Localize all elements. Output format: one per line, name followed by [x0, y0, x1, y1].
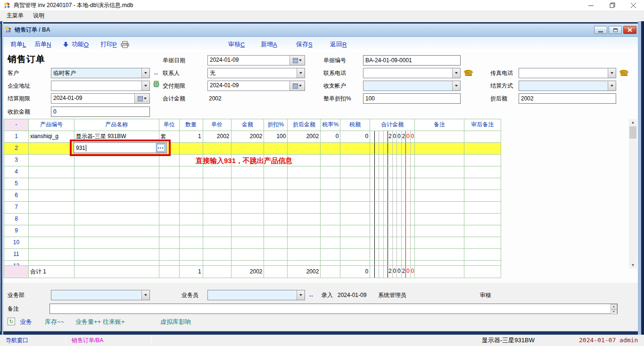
grid-cell[interactable] [288, 190, 321, 201]
after-discount-input[interactable] [519, 93, 616, 104]
chevron-down-icon[interactable] [297, 290, 305, 300]
child-close-button[interactable] [623, 26, 636, 34]
grid-cell[interactable] [321, 178, 340, 189]
printer-icon[interactable] [121, 37, 129, 52]
grid-cell[interactable] [370, 237, 415, 248]
grid-cell[interactable] [340, 214, 370, 225]
grid-cell[interactable] [464, 202, 501, 213]
grid-cell[interactable] [288, 214, 321, 225]
grid-cell[interactable] [464, 190, 501, 201]
grid-header-cell[interactable]: 单位 [159, 119, 180, 131]
prev-order-button[interactable]: 前单L [10, 37, 26, 52]
grid-cell[interactable] [370, 261, 415, 265]
chevron-down-icon[interactable] [297, 68, 305, 78]
grid-cell[interactable] [415, 202, 464, 213]
grid-cell[interactable] [321, 155, 340, 166]
grid-cell[interactable] [74, 261, 159, 265]
grid-cell[interactable] [321, 249, 340, 260]
note-input[interactable] [50, 304, 618, 314]
grid-cell[interactable] [264, 143, 288, 154]
grid-cell[interactable]: 8 [4, 214, 29, 225]
grid-cell[interactable] [340, 225, 370, 237]
grid-cell[interactable] [415, 131, 464, 142]
account-combo[interactable] [363, 81, 461, 91]
grid-cell[interactable] [415, 155, 464, 166]
grid-cell[interactable] [264, 202, 288, 213]
grid-cell[interactable] [203, 249, 231, 260]
grid-cell[interactable]: 6 [4, 190, 29, 201]
grid-cell[interactable] [231, 178, 264, 189]
grid-cell[interactable] [74, 155, 159, 166]
grid-cell[interactable]: 7 [4, 202, 29, 213]
grid-cell[interactable]: 0 [340, 131, 370, 142]
ledger-link[interactable]: 往来账+ [103, 316, 125, 328]
grid-cell[interactable] [415, 249, 464, 260]
grid-cell[interactable] [321, 225, 340, 237]
grid-cell[interactable] [74, 202, 159, 213]
virtual-stock-link[interactable]: 虚拟库影响 [160, 316, 191, 328]
product-name-edit-cell[interactable]: 931 ... [74, 142, 167, 153]
grid-cell[interactable] [203, 166, 231, 178]
grid-header-cell[interactable]: 合计金额 [370, 119, 415, 131]
grid-cell[interactable] [464, 178, 501, 189]
grid-cell[interactable] [340, 166, 370, 178]
grid-header-cell[interactable]: 备注 [415, 119, 464, 131]
back-button[interactable]: 返回R [330, 37, 347, 52]
order-date-combo[interactable]: 2024-01-09 [207, 55, 305, 66]
grid-cell[interactable] [264, 225, 288, 237]
grid-cell[interactable] [321, 214, 340, 225]
grid-cell[interactable] [288, 261, 321, 265]
grid-header-cell[interactable]: 折扣% [264, 119, 288, 131]
grid-cell[interactable] [264, 190, 288, 201]
grid-cell[interactable] [180, 237, 203, 248]
grid-cell[interactable] [180, 214, 203, 225]
scroll-up-icon[interactable]: ▲ [629, 119, 637, 126]
grid-header-cell[interactable]: 折后金额 [288, 119, 321, 131]
chevron-down-icon[interactable] [141, 290, 149, 300]
grid-cell[interactable] [415, 190, 464, 201]
grid-cell[interactable] [415, 214, 464, 225]
grid-cell[interactable] [180, 190, 203, 201]
grid-cell[interactable] [415, 237, 464, 248]
grid-cell[interactable]: 1 [4, 131, 29, 142]
grid-cell[interactable] [321, 190, 340, 201]
grid-header-cell[interactable]: 产品名称 [74, 119, 159, 131]
grid-cell[interactable] [464, 261, 501, 265]
grid-cell[interactable] [231, 214, 264, 225]
grid-cell[interactable] [159, 261, 180, 265]
grid-cell[interactable] [288, 249, 321, 260]
grid-cell[interactable] [231, 166, 264, 178]
grid-cell[interactable] [464, 249, 501, 260]
grid-cell[interactable] [464, 166, 501, 178]
grid-cell[interactable]: 200200 [370, 131, 415, 142]
grid-cell[interactable] [464, 131, 501, 142]
grid-cell[interactable] [464, 155, 501, 166]
next-order-button[interactable]: 后单N [34, 37, 51, 52]
grid-cell[interactable] [159, 225, 180, 237]
menu-main[interactable]: 主菜单 [2, 10, 28, 21]
grid-cell[interactable] [29, 143, 74, 154]
grid-cell[interactable] [231, 249, 264, 260]
grid-cell[interactable] [415, 261, 464, 265]
address-combo[interactable] [51, 81, 150, 91]
grid-cell[interactable] [264, 178, 288, 189]
grid-cell[interactable]: 12 [4, 261, 29, 265]
grid-cell[interactable] [29, 190, 74, 201]
customer-combo[interactable]: 临时客户 [51, 68, 150, 78]
grid-cell[interactable] [370, 155, 415, 166]
grid-cell[interactable] [415, 178, 464, 189]
grid-cell[interactable] [321, 166, 340, 178]
grid-cell[interactable] [159, 214, 180, 225]
received-input[interactable] [51, 107, 150, 117]
grid-cell[interactable] [159, 155, 180, 166]
grid-cell[interactable] [74, 190, 159, 201]
grid-cell[interactable] [370, 225, 415, 237]
grid-header-cell[interactable]: 单价 [203, 119, 231, 131]
grid-cell[interactable] [288, 155, 321, 166]
chevron-down-icon[interactable] [452, 81, 460, 91]
grid-cell[interactable] [203, 225, 231, 237]
chevron-down-icon[interactable] [141, 81, 149, 91]
whole-discount-input[interactable] [363, 93, 461, 104]
grid-cell[interactable] [340, 237, 370, 248]
grid-cell[interactable] [180, 143, 203, 154]
